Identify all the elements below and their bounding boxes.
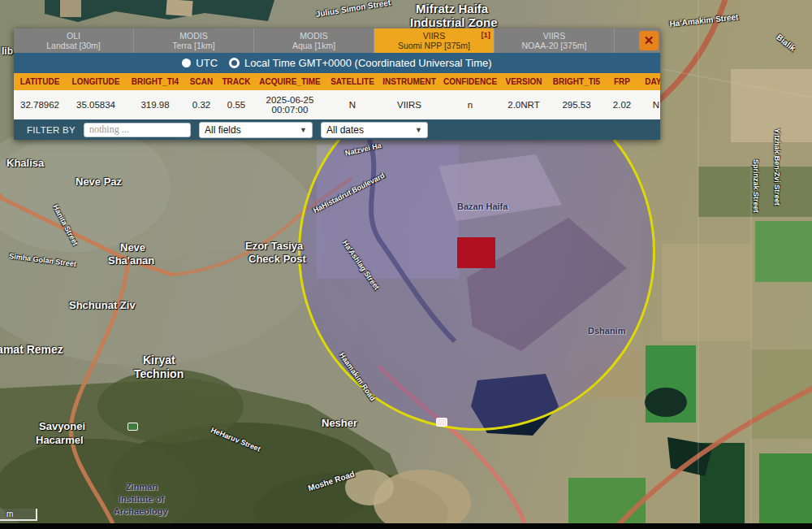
map-label: Zinman: [126, 482, 158, 492]
map-label: Hacarmel: [36, 434, 84, 446]
tab-viirs-3[interactable]: VIIRSSuomi NPP [375m][1]: [374, 28, 495, 53]
tab-count-badge: [1]: [481, 30, 490, 40]
column-header-confidence[interactable]: CONFIDENCE: [439, 73, 501, 90]
map-label: Bazan Haifa: [457, 202, 508, 211]
field-select[interactable]: All fields ▼: [199, 122, 313, 138]
column-header-satellite[interactable]: SATELLITE: [326, 73, 379, 90]
column-header-track[interactable]: TRACK: [218, 73, 254, 90]
road-shield-icon: [436, 418, 447, 427]
column-header-latitude[interactable]: LATITUDE: [14, 73, 66, 90]
tab-oli-0[interactable]: OLILandsat [30m]: [14, 28, 134, 53]
map-label: Check Post: [248, 253, 306, 265]
tab-viirs-4[interactable]: VIIRSNOAA-20 [375m]: [495, 28, 615, 53]
cell-dayn: N: [637, 90, 660, 119]
table-row[interactable]: 32.7896235.05834319.980.320.552025-06-25…: [14, 90, 660, 119]
cell-scan: 0.32: [184, 90, 218, 119]
utc-radio-label: UTC: [196, 57, 218, 69]
tab-line1: VIIRS: [495, 31, 614, 41]
tab-line2: Landsat [30m]: [14, 41, 133, 50]
map-label: Kiryat: [143, 353, 175, 366]
cell-longitude: 35.05834: [66, 90, 126, 119]
table-header-row: LATITUDELONGITUDEBRIGHT_TI4SCANTRACKACQU…: [14, 73, 660, 90]
map-label: lib: [2, 46, 13, 57]
cell-frp: 2.02: [607, 90, 637, 119]
column-header-version[interactable]: VERSION: [501, 73, 546, 90]
map-scale-bar: m: [0, 509, 37, 521]
cell-bright_ti4: 319.98: [126, 90, 184, 119]
cell-acquire_time: 2025-06-25 00:07:00: [254, 90, 326, 119]
map-label: Sha'anan: [108, 254, 154, 267]
field-select-value: All fields: [205, 124, 241, 136]
cell-version: 2.0NRT: [501, 90, 546, 119]
column-header-dayn[interactable]: DAYN: [637, 73, 660, 90]
satellite-tabbar: OLILandsat [30m]MODISTerra [1km]MODISAqu…: [14, 28, 660, 53]
column-header-instrument[interactable]: INSTRUMENT: [379, 73, 439, 90]
close-icon[interactable]: ✕: [639, 31, 659, 50]
radio-ring-icon: [229, 58, 240, 68]
map-label: Technion: [134, 367, 184, 380]
map-label: Neve Paz: [76, 176, 122, 188]
column-header-acquire_time[interactable]: ACQUIRE_TIME: [254, 73, 326, 90]
chevron-down-icon: ▼: [300, 126, 307, 134]
map-viewport[interactable]: Julius Simon StreetMifratz HaifaIndustri…: [0, 0, 812, 529]
map-label: Savyonei: [39, 420, 85, 432]
local-time-radio-label: Local Time GMT+0000 (Coordinated Univers…: [244, 57, 492, 69]
tab-line1: MODIS: [254, 31, 374, 41]
map-label: Industrial Zone: [410, 15, 498, 29]
filter-bar: FILTER BY All fields ▼ All dates ▼: [14, 119, 660, 140]
map-label: Ezor Tasiya: [245, 240, 303, 252]
tab-line2: Terra [1km]: [134, 41, 253, 50]
map-label: Sprinzak Street: [752, 159, 760, 213]
map-label: Dshanim: [588, 326, 625, 336]
map-label: Yitzhak Ben-Zvi Street: [773, 128, 781, 206]
radio-filled-icon: [182, 59, 191, 67]
tab-line1: MODIS: [134, 31, 253, 41]
filter-by-label: FILTER BY: [27, 125, 76, 135]
map-label: Mifratz Haifa: [416, 2, 488, 15]
tab-modis-2[interactable]: MODISAqua [1km]: [254, 28, 374, 53]
cell-latitude: 32.78962: [14, 90, 66, 119]
tab-line2: Suomi NPP [375m]: [374, 41, 494, 50]
filter-input[interactable]: [84, 123, 191, 137]
date-select-value: All dates: [326, 124, 364, 136]
cell-satellite: N: [326, 90, 379, 119]
tab-line2: Aqua [1km]: [254, 41, 374, 50]
column-header-bright_ti5[interactable]: BRIGHT_TI5: [546, 73, 607, 90]
map-label: Neve: [120, 241, 145, 254]
local-time-radio[interactable]: Local Time GMT+0000 (Coordinated Univers…: [229, 57, 492, 69]
map-label: Ramat Remez: [0, 343, 63, 356]
utc-radio[interactable]: UTC: [182, 57, 218, 69]
tab-line1: VIIRS: [374, 31, 494, 41]
cell-confidence: n: [439, 90, 501, 119]
road-shield-icon: [127, 423, 138, 431]
tab-line1: OLI: [14, 31, 133, 41]
date-select[interactable]: All dates ▼: [321, 122, 428, 138]
chevron-down-icon: ▼: [415, 126, 422, 134]
fire-data-panel: OLILandsat [30m]MODISTerra [1km]MODISAqu…: [14, 28, 660, 140]
fire-detection-marker[interactable]: [457, 237, 495, 268]
time-toggle-bar: UTC Local Time GMT+0000 (Coordinated Uni…: [14, 53, 660, 73]
cell-instrument: VIIRS: [379, 90, 439, 119]
map-label: Khalisa: [6, 157, 44, 169]
cell-track: 0.55: [218, 90, 254, 119]
map-label: Archaeology: [114, 506, 168, 516]
column-header-scan[interactable]: SCAN: [184, 73, 218, 90]
bottom-letterbox-bar: [0, 523, 812, 529]
map-label: Nesher: [322, 417, 357, 429]
column-header-longitude[interactable]: LONGITUDE: [66, 73, 126, 90]
map-label: Institute of: [119, 494, 164, 504]
column-header-frp[interactable]: FRP: [607, 73, 637, 90]
tabbar-spacer: [615, 28, 639, 53]
cell-bright_ti5: 295.53: [546, 90, 607, 119]
tab-modis-1[interactable]: MODISTerra [1km]: [134, 28, 254, 53]
map-label: Shchunat Ziv: [69, 299, 136, 311]
column-header-bright_ti4[interactable]: BRIGHT_TI4: [126, 73, 184, 90]
tab-line2: NOAA-20 [375m]: [495, 41, 614, 50]
